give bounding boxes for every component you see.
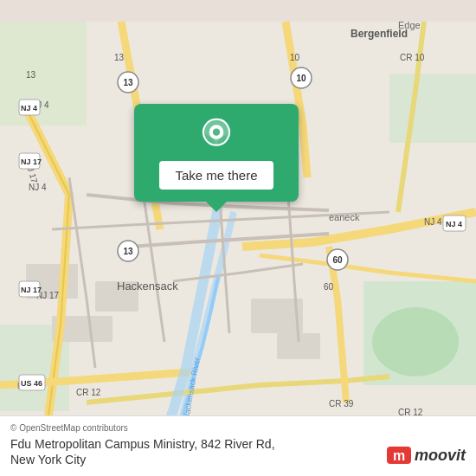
location-name: Fdu Metropolitan Campus Ministry, 842 Ri…: [10, 436, 275, 452]
svg-text:13: 13: [114, 53, 125, 62]
svg-text:eaneck: eaneck: [329, 212, 360, 222]
location-city: New York City: [10, 452, 275, 467]
svg-text:Edge: Edge: [398, 20, 421, 30]
svg-text:NJ 4: NJ 4: [424, 217, 442, 227]
svg-text:13: 13: [123, 247, 133, 256]
svg-text:60: 60: [332, 255, 343, 265]
location-pin-icon: [199, 118, 234, 152]
location-popup: Take me there: [134, 104, 299, 202]
svg-text:13: 13: [26, 70, 36, 80]
svg-text:m: m: [393, 448, 405, 463]
copyright-text: © OpenStreetMap contributors: [10, 423, 466, 433]
moovit-logo-icon: m: [385, 441, 413, 469]
moovit-logo: m moovit: [385, 441, 466, 469]
bottom-info-bar: © OpenStreetMap contributors Fdu Metropo…: [0, 415, 476, 476]
svg-text:Hackensack: Hackensack: [117, 280, 178, 293]
svg-text:NJ 4: NJ 4: [21, 104, 37, 113]
svg-text:CR 12: CR 12: [76, 388, 101, 397]
svg-text:10: 10: [296, 74, 306, 83]
map-background: NJ 17 13 10 CR 10 NJ 4 60 CR 12 US 46 NJ…: [0, 0, 476, 476]
svg-text:CR 39: CR 39: [329, 399, 354, 408]
map-container: NJ 17 13 10 CR 10 NJ 4 60 CR 12 US 46 NJ…: [0, 0, 476, 476]
svg-text:NJ 17: NJ 17: [21, 286, 42, 294]
svg-rect-1: [0, 22, 87, 125]
svg-text:10: 10: [290, 53, 300, 62]
svg-text:CR 10: CR 10: [400, 53, 425, 62]
svg-text:NJ 17: NJ 17: [21, 158, 42, 166]
svg-text:NJ 4: NJ 4: [446, 220, 462, 228]
svg-point-4: [372, 307, 459, 376]
moovit-text: moovit: [415, 447, 466, 465]
svg-text:NJ 4: NJ 4: [29, 183, 47, 192]
svg-rect-3: [389, 74, 476, 143]
take-me-there-button[interactable]: Take me there: [159, 161, 273, 190]
svg-text:US 46: US 46: [21, 379, 42, 388]
svg-text:13: 13: [123, 78, 133, 87]
svg-text:60: 60: [324, 282, 334, 292]
